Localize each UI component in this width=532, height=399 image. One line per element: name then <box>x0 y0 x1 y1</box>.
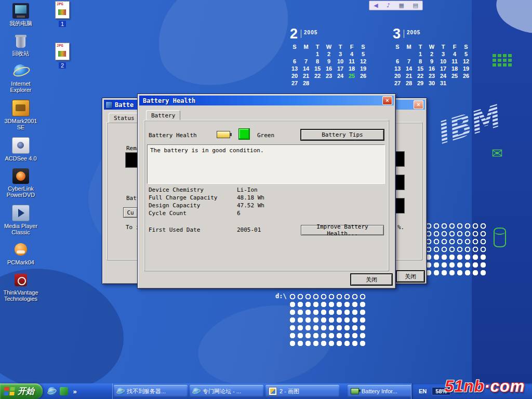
jpg-file-icon[interactable]: JPG 1 <box>51 1 74 28</box>
close-icon[interactable]: × <box>414 100 423 109</box>
volume-icon[interactable]: ♪ <box>387 2 390 9</box>
calendar-divider <box>301 30 301 38</box>
start-button[interactable]: 开始 <box>0 383 43 399</box>
desktop-icon-internet-explorer[interactable]: Internet Explorer <box>1 63 41 93</box>
calendar-divider <box>404 30 404 38</box>
bgwin-close-button[interactable]: 关闭 <box>396 271 424 282</box>
desktop-icon-label: ACDSee 4.0 <box>5 155 36 162</box>
display-icon[interactable]: ▦ <box>399 2 404 9</box>
calendar-grid: SMTWTFS123456789101112131415161718192021… <box>289 44 374 86</box>
taskbar-task-button[interactable]: 2 - 画图 <box>265 385 339 397</box>
internet-explorer-icon <box>12 63 29 79</box>
tab-battery[interactable]: Battery <box>146 110 180 120</box>
task-icon <box>193 388 200 395</box>
calendar-year: 2005 <box>407 30 420 35</box>
jpg-file-icon[interactable]: JPG 2 <box>51 43 74 70</box>
windows-flag-icon <box>4 387 15 395</box>
keypad-icon <box>493 54 512 66</box>
calendar-month-number: 3 <box>393 27 401 41</box>
start-label: 开始 <box>18 386 34 397</box>
desktop-icon-media-player-classic[interactable]: Media Player Classic <box>1 205 41 235</box>
dialog-close-button[interactable]: 关闭 <box>351 274 392 285</box>
task-label: Battery Infor... <box>362 388 397 394</box>
gauge-fragment <box>395 151 405 167</box>
desktop-icon-label: Internet Explorer <box>1 81 41 93</box>
first-used-value: 2005-01 <box>237 227 261 233</box>
desktop-icon-3dmark2001-se[interactable]: 3DMark2001 SE <box>1 100 41 130</box>
cyberlink-powerdvd-icon <box>12 168 29 184</box>
desktop-icon-acdsee-40[interactable]: ACDSee 4.0 <box>1 137 41 162</box>
info-label: Full Charge Capacity <box>149 194 237 202</box>
gauge-fragment <box>395 198 405 214</box>
desktop-icon-recycle-bin[interactable]: 回收站 <box>1 33 41 57</box>
desktop-icon-thinkvantage-technologies[interactable]: ThinkVantage Technologies <box>1 272 41 302</box>
wallpaper-calendar-march: 3 2005 SMTWTFS12345678910111213141516171… <box>392 27 477 86</box>
pcmark04-icon <box>12 242 29 258</box>
task-icon <box>269 387 277 395</box>
desktop-icon-my-computer[interactable]: 我的电脑 <box>1 3 41 26</box>
desktop: 2 2005 SMTWTFS12345678910111213141516171… <box>0 0 532 399</box>
desktop-icon-label: 3DMark2001 SE <box>1 118 41 130</box>
wallpaper-dot-grid <box>289 301 367 348</box>
jpg-thumbnail: JPG <box>55 43 70 60</box>
ie-quick-launch-icon[interactable] <box>48 387 56 395</box>
thinkvantage-technologies-icon <box>12 272 29 288</box>
desktop-icon-label: ThinkVantage Technologies <box>1 289 41 302</box>
info-value: 6 <box>237 210 241 218</box>
3dmark2001-se-icon <box>12 100 30 116</box>
dialog-titlebar[interactable]: Battery Health × <box>139 96 394 105</box>
close-icon[interactable]: × <box>382 96 392 105</box>
jpg-badge: JPG <box>57 44 63 48</box>
desktop-icon-cyberlink-powerdvd[interactable]: CyberLink PowerDVD <box>1 168 41 198</box>
battery-info-row: Cycle Count 6 <box>149 210 264 218</box>
desktop-icon-label: PCMark04 <box>7 259 34 265</box>
task-label: 2 - 画图 <box>280 388 299 395</box>
envelope-icon: ✉ <box>491 147 503 160</box>
media-player-classic-icon <box>12 205 30 221</box>
media-quick-launch-icon[interactable] <box>60 387 68 395</box>
info-value: 48.18 Wh <box>237 194 264 202</box>
battery-info-row: Device Chemistry Li-Ion <box>149 187 264 194</box>
language-indicator[interactable]: EN <box>419 388 427 394</box>
watermark-text-red: 51nb <box>445 377 484 395</box>
drive-label: d:\ <box>275 292 287 300</box>
current-button-fragment[interactable]: Cu <box>123 207 138 218</box>
wallpaper-dot-grid <box>425 222 487 254</box>
acdsee-40-icon <box>12 137 30 154</box>
tab-status[interactable]: Status <box>109 113 140 123</box>
task-label: 找不到服务器... <box>127 388 166 395</box>
51nb-watermark: 51nb·com <box>445 377 525 396</box>
arrow-icon[interactable]: ◀ <box>374 2 378 9</box>
battery-tips-button[interactable]: Battery Tips <box>301 129 384 140</box>
battery-cylinder-icon <box>494 228 506 247</box>
taskbar-task-button[interactable]: 找不到服务器... <box>114 385 188 397</box>
info-label: Design Capacity <box>149 202 237 210</box>
file-label: 1 <box>59 21 66 27</box>
battery-app-icon <box>105 101 113 109</box>
battery-health-label: Battery Health <box>149 132 197 139</box>
battery-info-row: Design Capacity 47.52 Wh <box>149 202 264 210</box>
calendar-year: 2005 <box>304 30 317 35</box>
wallpaper-leaf <box>145 0 302 99</box>
taskbar-task-button[interactable]: Battery Infor... <box>348 385 411 397</box>
task-icon <box>351 388 359 394</box>
my-computer-icon <box>12 3 29 19</box>
desktop-icon-pcmark04[interactable]: PCMark04 <box>1 242 41 265</box>
window-title: Batte <box>115 101 134 109</box>
percent-label-fragment: %. <box>397 224 404 231</box>
taskbar-task-button[interactable]: 专门网论坛 - ... <box>190 385 263 397</box>
improve-battery-health-button[interactable]: Improve Battery Health... <box>301 225 384 235</box>
health-status-green-square <box>238 128 250 140</box>
keyboard-icon[interactable]: ▤ <box>413 2 418 9</box>
first-used-label: First Used Date <box>149 227 200 233</box>
battery-info-rows: Device Chemistry Li-Ion Full Charge Capa… <box>149 187 264 218</box>
gauge-fragment <box>395 175 405 190</box>
jpg-thumbnail: JPG <box>55 1 70 19</box>
file-label: 2 <box>59 62 66 69</box>
task-label: 专门网论坛 - ... <box>203 388 241 395</box>
quick-launch-bar: » <box>43 383 113 399</box>
desktop-icon-label: 回收站 <box>12 50 30 57</box>
quick-launch-chevron[interactable]: » <box>72 387 78 395</box>
hardware-toolbar: ◀♪▦▤ <box>369 1 423 10</box>
wallpaper-dot-grid <box>425 254 487 277</box>
